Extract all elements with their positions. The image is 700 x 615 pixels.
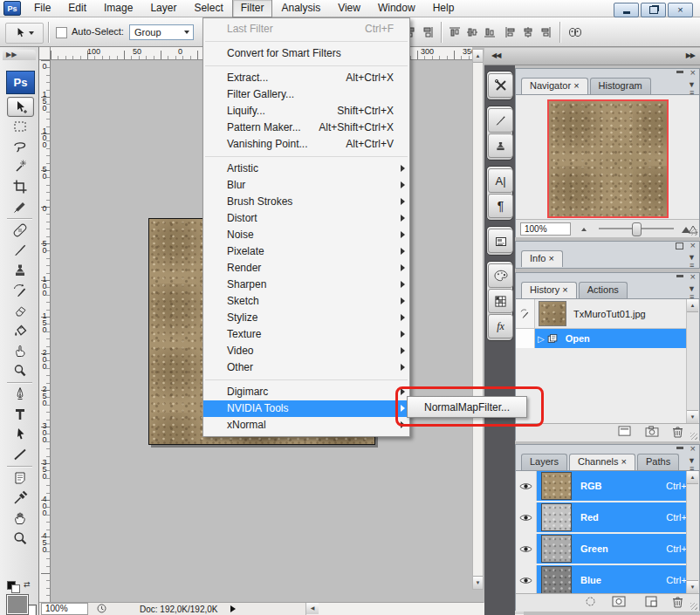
- navigator-zoom-slider[interactable]: [599, 222, 674, 235]
- line-tool[interactable]: [7, 445, 32, 463]
- filter-menu-item[interactable]: Pixelate: [203, 243, 409, 260]
- channel-entry[interactable]: RGB Ctrl+~: [537, 471, 699, 501]
- panel-tab[interactable]: Paths: [637, 454, 679, 470]
- filter-menu-item[interactable]: Stylize: [203, 310, 409, 326]
- color-panel-button[interactable]: [488, 263, 513, 288]
- filter-menu-item[interactable]: NVIDIA Tools: [203, 400, 409, 417]
- filter-menu-item[interactable]: Digimarc: [203, 384, 409, 400]
- channel-thumbnail[interactable]: [541, 472, 572, 500]
- slice-tool[interactable]: [7, 197, 32, 215]
- channel-thumbnail[interactable]: [541, 535, 572, 563]
- delete-state-button[interactable]: [672, 426, 683, 440]
- swatches-panel-button[interactable]: [488, 289, 513, 313]
- menubar-item[interactable]: Image: [95, 0, 141, 17]
- filter-menu-item[interactable]: [205, 156, 408, 157]
- default-colors-control[interactable]: ⇄: [7, 581, 33, 591]
- navigator-zoom-field[interactable]: 100%: [520, 222, 571, 236]
- dodge-tool[interactable]: [7, 361, 32, 379]
- history-state-open[interactable]: ▷ Open: [535, 329, 699, 348]
- channel-entry[interactable]: Red Ctrl+1: [537, 502, 699, 532]
- history-brush-tool[interactable]: [7, 281, 32, 299]
- filter-menu-item[interactable]: Blur: [203, 177, 409, 194]
- character-panel-button[interactable]: A|: [488, 168, 513, 193]
- history-state-row[interactable]: ▷ Open: [516, 329, 699, 348]
- channel-row[interactable]: Green Ctrl+2: [516, 534, 699, 564]
- minimize-panel-icon[interactable]: [676, 275, 683, 277]
- filter-menu-item[interactable]: Render: [203, 260, 409, 277]
- filter-menu-item[interactable]: Sketch: [203, 293, 409, 310]
- channel-visibility-cell[interactable]: [516, 471, 537, 501]
- scroll-up-icon[interactable]: ▲: [687, 299, 698, 312]
- move-tool[interactable]: [7, 97, 34, 117]
- panel-tab[interactable]: Channels ×: [569, 454, 635, 470]
- swap-colors-icon[interactable]: ⇄: [24, 580, 31, 589]
- foreground-color-swatch[interactable]: [6, 594, 29, 615]
- history-snapshot-thumbnail[interactable]: [539, 301, 566, 326]
- menubar-item[interactable]: View: [329, 0, 369, 17]
- slider-thumb[interactable]: [632, 222, 642, 236]
- resize-grip[interactable]: [690, 229, 697, 236]
- panel-tab[interactable]: History ×: [521, 282, 577, 298]
- channel-visibility-cell[interactable]: [516, 565, 537, 593]
- channel-thumbnail[interactable]: [541, 503, 572, 531]
- menubar-item[interactable]: Filter: [232, 0, 273, 17]
- hand-tool[interactable]: [7, 509, 32, 527]
- restore-button[interactable]: [641, 3, 666, 17]
- zoom-level-field[interactable]: 100%: [41, 603, 88, 615]
- filter-menu-item[interactable]: Other: [203, 359, 409, 376]
- maximize-panel-icon[interactable]: [676, 243, 683, 249]
- close-button[interactable]: ×: [668, 3, 693, 17]
- channel-thumbnail[interactable]: [541, 566, 572, 593]
- collapse-toolbox-icon[interactable]: ▶▶: [3, 50, 36, 60]
- filter-menu-item[interactable]: [205, 379, 408, 380]
- close-panel-icon[interactable]: ×: [690, 271, 696, 282]
- menubar-item[interactable]: Edit: [59, 0, 95, 17]
- panel-tab[interactable]: Layers: [521, 454, 567, 470]
- zoom-tool[interactable]: [7, 529, 32, 547]
- move-tool-preset[interactable]: [5, 23, 44, 44]
- resize-grip[interactable]: [690, 603, 697, 610]
- filter-menu-item[interactable]: [205, 65, 408, 66]
- navigator-preview[interactable]: [547, 99, 669, 218]
- scroll-down-icon[interactable]: ▼: [473, 576, 483, 589]
- photoshop-logo-button[interactable]: Ps: [6, 71, 35, 94]
- lasso-tool[interactable]: [7, 137, 32, 155]
- filter-menu-item[interactable]: Texture: [203, 326, 409, 343]
- panel-tab[interactable]: Navigator ×: [521, 78, 588, 94]
- paragraph-panel-button[interactable]: ¶: [488, 194, 513, 218]
- new-snapshot-button[interactable]: [645, 426, 659, 439]
- magic-wand-tool[interactable]: [7, 157, 32, 175]
- rectangular-marquee-tool[interactable]: [7, 117, 32, 135]
- minimize-panel-icon[interactable]: [676, 447, 683, 449]
- eyedropper-tool[interactable]: [7, 489, 32, 507]
- filter-menu-item[interactable]: Convert for Smart Filters: [203, 45, 409, 62]
- channel-row[interactable]: Blue Ctrl+3: [516, 565, 699, 593]
- scroll-left-icon[interactable]: ◀: [306, 603, 319, 614]
- eraser-tool[interactable]: [7, 301, 32, 319]
- new-document-from-state-button[interactable]: [618, 426, 631, 439]
- distribute-top-edges-button[interactable]: [448, 25, 463, 39]
- filter-menu-item[interactable]: [205, 41, 408, 42]
- close-panel-icon[interactable]: ×: [690, 67, 696, 78]
- scroll-up-icon[interactable]: ▲: [687, 471, 698, 484]
- notes-tool[interactable]: [7, 468, 32, 487]
- tool-presets-panel-button[interactable]: [488, 73, 513, 98]
- align-right-edges-button[interactable]: [421, 25, 436, 39]
- brush-tool[interactable]: [7, 241, 32, 259]
- panel-tab[interactable]: Actions: [579, 282, 628, 298]
- menubar-item[interactable]: Analysis: [272, 0, 329, 17]
- menubar-item[interactable]: Select: [185, 0, 231, 17]
- auto-select-target-dropdown[interactable]: Group: [129, 24, 194, 40]
- scroll-up-icon[interactable]: ▲: [473, 50, 483, 63]
- clone-source-panel-button[interactable]: [488, 133, 513, 158]
- pen-tool[interactable]: [7, 385, 32, 403]
- menubar-item[interactable]: Layer: [141, 0, 185, 17]
- panel-tab[interactable]: Histogram: [590, 78, 651, 94]
- menubar-item[interactable]: Window: [369, 0, 424, 17]
- filter-menu-item[interactable]: Extract... Alt+Ctrl+X: [203, 70, 409, 86]
- panel-menu-icon[interactable]: ▼≡: [688, 254, 696, 270]
- crop-tool[interactable]: [7, 177, 32, 195]
- filter-menu-item[interactable]: Distort: [203, 210, 409, 227]
- distribute-vertical-centers-button[interactable]: [465, 25, 480, 39]
- styles-panel-button[interactable]: fx: [488, 314, 513, 338]
